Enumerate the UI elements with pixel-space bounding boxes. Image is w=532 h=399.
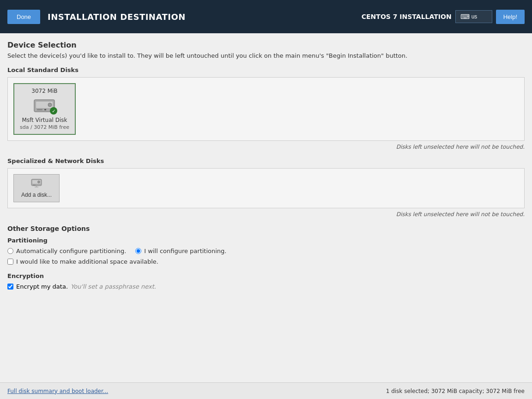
network-disk-svg — [31, 178, 42, 187]
keyboard-layout-value: us — [472, 13, 478, 20]
encrypt-checkbox[interactable] — [7, 284, 13, 290]
add-disk-label: Add a disk... — [21, 192, 52, 198]
full-disk-summary-link[interactable]: Full disk summary and boot loader... — [7, 388, 108, 394]
encrypt-label: Encrypt my data. — [16, 283, 68, 290]
help-button[interactable]: Help! — [496, 10, 525, 24]
manual-partition-label: I will configure partitioning. — [144, 248, 226, 254]
add-disk-button[interactable]: Add a disk... — [13, 174, 60, 202]
svg-point-2 — [48, 103, 52, 107]
local-standard-disks-label: Local Standard Disks — [7, 66, 525, 73]
disk-icon-wrap: ✓ — [33, 97, 55, 114]
svg-point-7 — [38, 181, 40, 183]
header: Done INSTALLATION DESTINATION CENTOS 7 I… — [0, 0, 532, 33]
keyboard-icon — [460, 13, 470, 20]
encryption-label: Encryption — [7, 272, 525, 279]
centos-label: CENTOS 7 INSTALLATION — [362, 13, 452, 20]
device-selection-title: Device Selection — [7, 41, 525, 49]
disk-info: sda / 3072 MiB free — [20, 124, 69, 130]
disk-selected-badge: ✓ — [50, 107, 57, 115]
other-storage-title: Other Storage Options — [7, 225, 525, 232]
disk-item[interactable]: 3072 MiB ✓ Msft Virtual Disk sda / 3072 … — [13, 83, 76, 135]
main-content: Device Selection Select the device(s) yo… — [0, 33, 532, 382]
unselected-notice-2: Disks left unselected here will not be t… — [7, 211, 525, 218]
done-button[interactable]: Done — [7, 10, 40, 24]
header-left: Done INSTALLATION DESTINATION — [7, 10, 186, 24]
page-title: INSTALLATION DESTINATION — [48, 12, 186, 22]
manual-partition-option[interactable]: I will configure partitioning. — [135, 248, 226, 254]
header-right: CENTOS 7 INSTALLATION us Help! — [362, 10, 525, 24]
footer: Full disk summary and boot loader... 1 d… — [0, 382, 532, 399]
partitioning-label: Partitioning — [7, 237, 525, 244]
additional-space-checkbox[interactable] — [7, 259, 13, 265]
keyboard-layout-button[interactable]: us — [455, 10, 492, 23]
additional-space-label: I would like to make additional space av… — [16, 258, 158, 265]
footer-status: 1 disk selected; 3072 MiB capacity; 3072… — [386, 388, 525, 394]
svg-rect-8 — [33, 185, 36, 186]
encrypt-row: Encrypt my data. You'll set a passphrase… — [7, 283, 525, 290]
manual-partition-radio[interactable] — [135, 248, 141, 254]
device-selection-desc: Select the device(s) you'd like to insta… — [7, 52, 525, 59]
auto-partition-option[interactable]: Automatically configure partitioning. — [7, 248, 126, 254]
svg-rect-3 — [37, 109, 42, 110]
disk-name: Msft Virtual Disk — [20, 117, 69, 123]
auto-partition-radio[interactable] — [7, 248, 13, 254]
additional-space-option[interactable]: I would like to make additional space av… — [7, 258, 525, 265]
auto-partition-label: Automatically configure partitioning. — [16, 248, 126, 254]
add-disk-container: Add a disk... — [7, 168, 525, 208]
encrypt-note: You'll set a passphrase next. — [71, 283, 156, 290]
add-disk-icon — [31, 178, 42, 190]
partitioning-radio-group: Automatically configure partitioning. I … — [7, 248, 525, 254]
specialized-disks-label: Specialized & Network Disks — [7, 157, 525, 164]
svg-rect-4 — [44, 109, 46, 110]
local-disks-container: 3072 MiB ✓ Msft Virtual Disk sda / 3072 … — [7, 77, 525, 141]
disk-size: 3072 MiB — [20, 88, 69, 94]
unselected-notice-1: Disks left unselected here will not be t… — [7, 144, 525, 150]
